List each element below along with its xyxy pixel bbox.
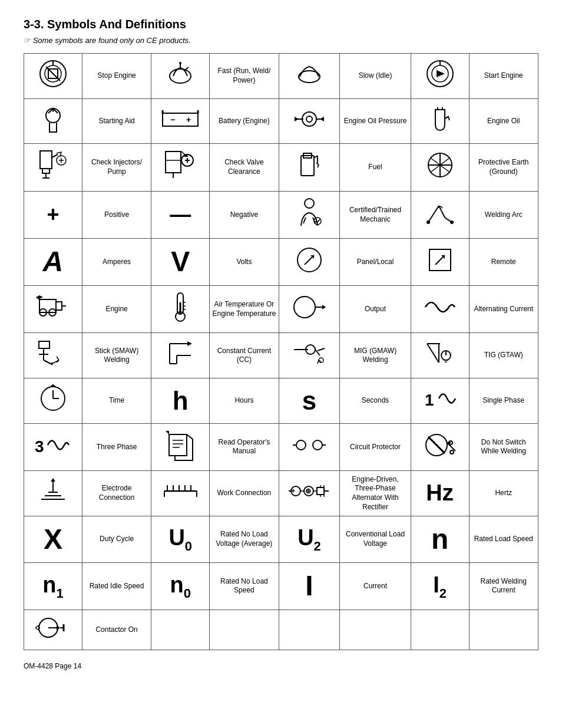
svg-marker-93 (187, 341, 192, 346)
svg-line-97 (318, 348, 325, 351)
svg-point-52 (305, 199, 314, 208)
label-mig-gmaw: MIG (GMAW) Welding (340, 333, 411, 378)
label-stop-engine: Stop Engine (82, 54, 151, 99)
svg-rect-43 (301, 156, 314, 176)
symbol-positive: + (24, 191, 82, 239)
svg-marker-115 (166, 431, 169, 434)
svg-point-81 (294, 297, 315, 318)
svg-marker-154 (57, 625, 60, 630)
label-stick-smaw: Stick (SMAW) Welding (82, 333, 151, 378)
label-three-phase: Three Phase (82, 423, 151, 471)
symbol-circuit-protector (279, 423, 340, 471)
label-check-valve: Check Valve Clearance (210, 144, 279, 192)
svg-point-58 (427, 220, 430, 224)
label-remote: Remote (469, 239, 538, 285)
label-work-connection: Work Connection (210, 471, 279, 516)
label-rated-idle-speed: Rated Idle Speed (82, 563, 151, 610)
symbol-battery: − + (151, 98, 210, 144)
svg-line-88 (44, 360, 51, 364)
label-empty3 (469, 610, 538, 650)
label-negative: Negative (210, 191, 279, 239)
svg-line-7 (185, 67, 189, 70)
svg-text:+: + (291, 487, 295, 495)
label-engine-oil: Engine Oil (469, 98, 538, 144)
table-row: Contactor On (24, 610, 538, 650)
svg-line-32 (52, 154, 58, 157)
symbol-single-phase: 1 (411, 378, 469, 423)
label-check-injectors: Check Injectors/ Pump (82, 144, 151, 192)
svg-point-5 (170, 69, 191, 83)
label-positive: Positive (82, 191, 151, 239)
label-rated-no-load-speed: Rated No Load Speed (210, 563, 279, 610)
svg-rect-68 (56, 302, 62, 310)
label-empty1 (210, 610, 279, 650)
svg-marker-130 (51, 478, 55, 482)
symbol-starting-aid (24, 98, 82, 144)
svg-line-56 (428, 206, 439, 222)
symbol-volts: V (151, 239, 210, 285)
label-time: Time (82, 378, 151, 423)
symbol-rated-no-load-voltage-avg: U0 (151, 516, 210, 562)
svg-text:−: − (170, 115, 175, 124)
symbols-table: Stop Engine Fast (Run, Weld/ Power) Slow… (24, 53, 538, 650)
table-row: Stick (SMAW) Welding Constant Current (C… (24, 333, 538, 378)
symbol-output (279, 285, 340, 333)
svg-line-53 (303, 218, 306, 223)
symbol-fast (151, 54, 210, 99)
svg-text:3: 3 (35, 437, 44, 456)
label-panel-local: Panel/Local (340, 239, 411, 285)
label-seconds: Seconds (340, 378, 411, 423)
table-row: Engine Air Temperature Or Engine Tempera… (24, 285, 538, 333)
svg-point-22 (306, 116, 312, 122)
symbol-stop-engine (24, 54, 82, 99)
svg-rect-67 (39, 299, 56, 312)
symbol-engine-driven: + ⊕ (279, 471, 340, 516)
symbol-constant-current (151, 333, 210, 378)
label-air-temp: Air Temperature Or Engine Temperature (210, 285, 279, 333)
label-fast: Fast (Run, Weld/ Power) (210, 54, 279, 99)
label-electrode-connection: Electrode Connection (82, 471, 151, 516)
table-row: 3 Three Phase Read Operator's Manual (24, 423, 538, 471)
label-rated-welding-current: Rated Welding Current (469, 563, 538, 610)
svg-point-21 (302, 112, 316, 126)
symbol-rated-no-load-speed: n0 (151, 563, 210, 610)
footer: OM-4428 Page 14 (24, 662, 538, 670)
symbol-rated-welding-current: I2 (411, 563, 469, 610)
symbol-time (24, 378, 82, 423)
symbol-seconds: s (279, 378, 340, 423)
label-read-manual: Read Operator's Manual (210, 423, 279, 471)
table-row: Stop Engine Fast (Run, Weld/ Power) Slow… (24, 54, 538, 99)
label-welding-arc: Welding Arc (469, 191, 538, 239)
svg-point-116 (296, 440, 306, 450)
symbol-hours: h (151, 378, 210, 423)
label-constant-current: Constant Current (CC) (210, 333, 279, 378)
svg-marker-83 (322, 305, 326, 309)
section-title: 3-3. Symbols And Definitions (24, 18, 538, 31)
symbol-alternating-current (411, 285, 469, 333)
table-row: + Positive — Negative Certified/Trained … (24, 191, 538, 239)
symbol-check-injectors (24, 144, 82, 192)
symbol-stick-smaw (24, 333, 82, 378)
symbol-rated-load-speed: n (411, 516, 469, 562)
symbol-contactor-on (24, 610, 82, 650)
label-output: Output (340, 285, 411, 333)
symbol-certified-mechanic (279, 191, 340, 239)
symbol-engine-oil-pressure (279, 98, 340, 144)
label-conventional-load-voltage: Conventional Load Voltage (340, 516, 411, 562)
symbol-mig-gmaw (279, 333, 340, 378)
table-row: Time h Hours s Seconds 1 Single Phase (24, 378, 538, 423)
label-start-engine: Start Engine (469, 54, 538, 99)
svg-marker-24 (295, 117, 299, 121)
symbol-amperes: A (24, 239, 82, 285)
label-alternating-current: Alternating Current (469, 285, 538, 333)
label-volts: Volts (210, 239, 279, 285)
symbol-do-not-switch (411, 423, 469, 471)
symbol-start-engine (411, 54, 469, 99)
label-engine: Engine (82, 285, 151, 333)
symbol-fuel (279, 144, 340, 192)
svg-point-117 (313, 440, 322, 450)
symbol-current: I (279, 563, 340, 610)
svg-rect-36 (166, 151, 181, 173)
svg-rect-84 (39, 341, 49, 348)
symbol-tig-gtaw (411, 333, 469, 378)
